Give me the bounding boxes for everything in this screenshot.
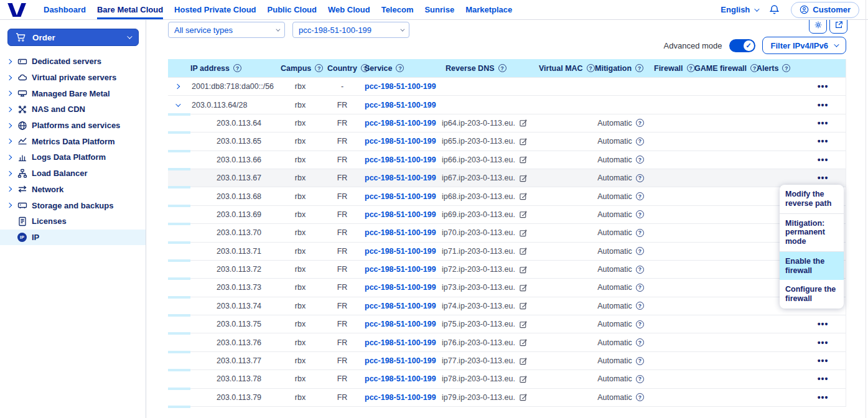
sidebar-item-network[interactable]: Network [0,182,146,198]
service-link[interactable]: pcc-198-51-100-199 [365,137,436,146]
chevron-right-icon[interactable] [6,187,11,192]
chevron-right-icon[interactable] [6,91,11,96]
nav-item-marketplace[interactable]: Marketplace [465,0,512,19]
help-icon[interactable]: ? [636,137,644,146]
row-actions-button[interactable]: ••• [800,118,846,128]
edit-reverse-icon[interactable] [520,338,528,346]
sidebar-item-nas-and-cdn[interactable]: NAS and CDN [0,101,146,118]
service-link[interactable]: pcc-198-51-100-199 [365,265,436,274]
row-actions-button[interactable]: ••• [800,356,846,366]
sidebar-item-logs-data-platform[interactable]: Logs Data Platform [0,149,146,165]
scrollbar-track[interactable] [866,0,866,418]
row-actions-button[interactable]: ••• [800,392,846,402]
service-link[interactable]: pcc-198-51-100-199 [365,210,436,219]
nav-item-public-cloud[interactable]: Public Cloud [268,0,317,19]
row-actions-button[interactable]: ••• [800,100,846,110]
help-icon[interactable]: ? [233,64,241,72]
sidebar-item-storage-and-backups[interactable]: Storage and backups [0,197,146,213]
nav-item-web-cloud[interactable]: Web Cloud [328,0,370,19]
service-link[interactable]: pcc-198-51-100-199 [365,338,436,347]
help-icon[interactable]: ? [636,266,644,274]
context-menu-item-mitigation-permanent-mode[interactable]: Mitigation: permanent mode [780,214,844,251]
edit-reverse-icon[interactable] [520,266,528,274]
help-icon[interactable]: ? [636,119,644,127]
context-menu-item-configure-the-firewall[interactable]: Configure the firewall [780,280,844,309]
service-select[interactable]: pcc-198-51-100-199 [292,22,409,38]
sidebar-item-dedicated-servers[interactable]: Dedicated servers [0,53,146,70]
row-actions-button[interactable]: ••• [800,319,846,329]
edit-reverse-icon[interactable] [520,357,528,365]
help-icon[interactable]: ? [782,64,790,72]
service-link[interactable]: pcc-198-51-100-199 [365,174,436,182]
chevron-right-icon[interactable] [6,59,11,64]
context-menu-item-enable-the-firewall[interactable]: Enable the firewall [780,252,844,281]
help-icon[interactable]: ? [636,320,644,328]
help-icon[interactable]: ? [636,393,644,401]
service-link[interactable]: pcc-198-51-100-199 [365,119,436,128]
chevron-right-icon[interactable] [6,170,11,175]
help-icon[interactable]: ? [636,302,644,310]
chevron-right-icon[interactable] [6,123,11,128]
help-icon[interactable]: ? [636,357,644,365]
row-actions-button[interactable]: ••• [800,338,846,348]
sidebar-item-ip[interactable]: IPIP [0,230,146,246]
advanced-mode-toggle[interactable]: ✓ [729,39,755,52]
service-link[interactable]: pcc-198-51-100-199 [365,156,436,164]
service-link[interactable]: pcc-198-51-100-199 [365,374,436,383]
nav-item-bare-metal-cloud[interactable]: Bare Metal Cloud [97,0,163,19]
help-icon[interactable]: ? [636,284,644,292]
bell-icon[interactable] [769,4,780,15]
help-icon[interactable]: ? [498,64,506,72]
edit-reverse-icon[interactable] [520,137,528,146]
service-link[interactable]: pcc-198-51-100-199 [365,283,436,292]
help-icon[interactable]: ? [315,64,323,72]
row-actions-button[interactable]: ••• [800,155,846,165]
edit-reverse-icon[interactable] [520,174,528,182]
service-type-select[interactable]: All service types [168,22,285,38]
help-icon[interactable]: ? [636,156,644,164]
sidebar-item-managed-bare-metal[interactable]: Managed Bare Metal [0,85,146,101]
service-link[interactable]: pcc-198-51-100-199 [365,192,436,201]
filter-ip-version-button[interactable]: Filter IPv4/IPv6 [762,37,847,54]
help-icon[interactable]: ? [636,210,644,218]
export-button[interactable] [829,20,847,34]
service-link[interactable]: pcc-198-51-100-199 [365,228,436,237]
nav-item-sunrise[interactable]: Sunrise [424,0,454,19]
context-menu-item-modify-the-reverse-path[interactable]: Modify the reverse path [780,185,844,213]
row-actions-button[interactable]: ••• [800,136,846,146]
chevron-right-icon[interactable] [6,107,11,112]
service-link[interactable]: pcc-198-51-100-199 [365,247,436,256]
edit-reverse-icon[interactable] [520,156,528,164]
row-actions-button[interactable]: ••• [800,173,846,183]
chevron-right-icon[interactable] [175,84,180,89]
sidebar-item-load-balancer[interactable]: Load Balancer [0,165,146,182]
service-link[interactable]: pcc-198-51-100-199 [365,82,436,91]
edit-reverse-icon[interactable] [520,393,528,401]
edit-reverse-icon[interactable] [520,375,528,383]
service-link[interactable]: pcc-198-51-100-199 [365,393,436,402]
order-button[interactable]: Order [7,29,139,46]
chevron-down-icon[interactable] [175,101,180,106]
edit-reverse-icon[interactable] [520,210,528,218]
settings-button[interactable] [809,20,827,34]
row-actions-button[interactable]: ••• [800,374,846,384]
edit-reverse-icon[interactable] [520,119,528,127]
sidebar-item-virtual-private-servers[interactable]: Virtual private servers [0,70,146,86]
row-actions-button[interactable]: ••• [800,81,846,91]
language-selector[interactable]: English [721,5,758,14]
help-icon[interactable]: ? [636,247,644,255]
sidebar-item-platforms-and-services[interactable]: Platforms and services [0,118,146,134]
service-link[interactable]: pcc-198-51-100-199 [365,101,436,109]
chevron-right-icon[interactable] [6,139,11,144]
help-icon[interactable]: ? [636,174,644,182]
edit-reverse-icon[interactable] [520,192,528,200]
help-icon[interactable]: ? [636,192,644,200]
sidebar-item-licenses[interactable]: Licenses [0,213,146,230]
edit-reverse-icon[interactable] [520,302,528,310]
help-icon[interactable]: ? [635,64,643,72]
chevron-right-icon[interactable] [6,155,11,160]
service-link[interactable]: pcc-198-51-100-199 [365,356,436,365]
edit-reverse-icon[interactable] [520,320,528,328]
chevron-right-icon[interactable] [6,75,11,80]
nav-item-hosted-private-cloud[interactable]: Hosted Private Cloud [174,0,256,19]
